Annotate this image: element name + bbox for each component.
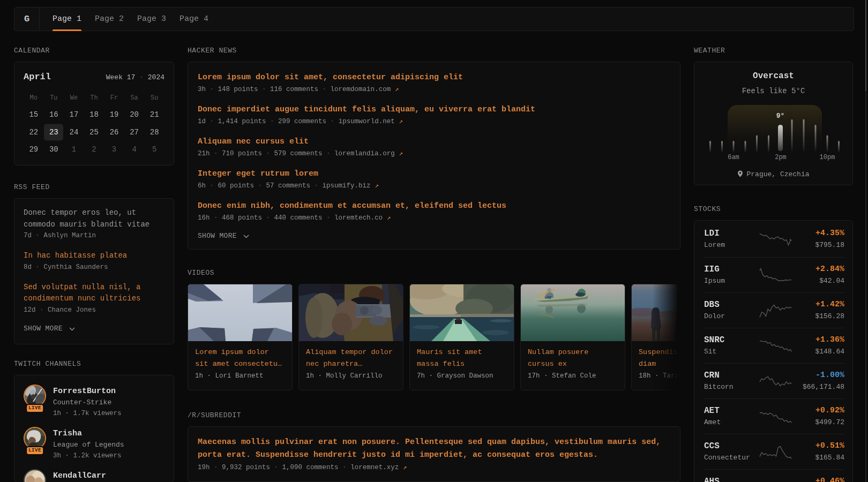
svg-text:2pm: 2pm (775, 154, 787, 161)
svg-text:9°: 9° (776, 112, 785, 120)
svg-text:6am: 6am (728, 154, 739, 161)
svg-text:10pm: 10pm (820, 154, 835, 161)
